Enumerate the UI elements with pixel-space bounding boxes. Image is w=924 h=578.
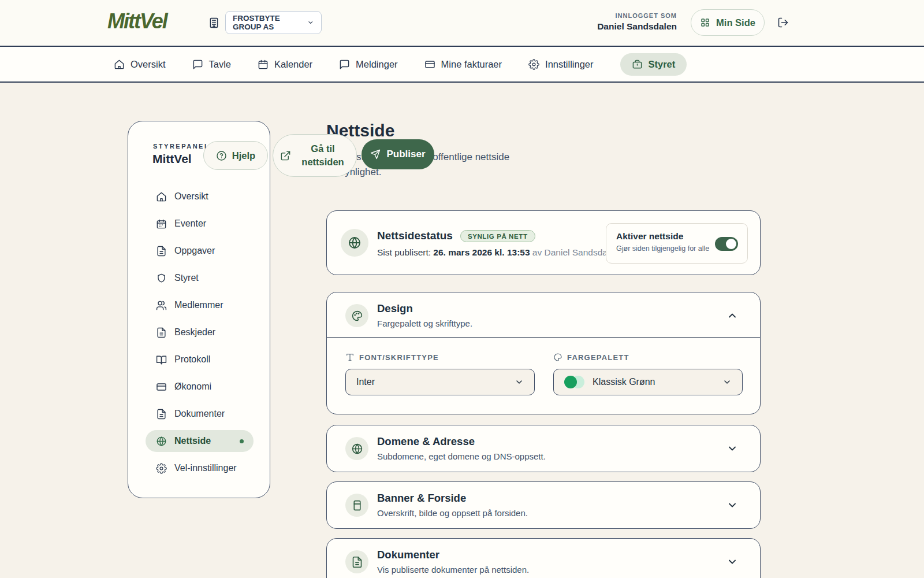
min-side-label: Min Side	[716, 17, 755, 28]
design-section-header[interactable]: Design Fargepalett og skrifttype.	[327, 292, 760, 338]
activate-website-title: Aktiver nettside	[616, 231, 683, 242]
sidebar-item-styret[interactable]: Styret	[146, 267, 254, 289]
sidebar-item-beskjeder[interactable]: Beskjeder	[146, 321, 254, 343]
home-icon	[156, 191, 167, 202]
logged-in-label: INNLOGGET SOM	[597, 12, 677, 19]
domain-section-header[interactable]: Domene & Adresse Subdomene, eget domene …	[327, 425, 760, 472]
help-button[interactable]: Hjelp	[203, 141, 268, 170]
chevron-down-icon[interactable]	[726, 499, 738, 511]
chevron-down-icon[interactable]	[726, 443, 738, 454]
nav-label: Mine fakturaer	[441, 59, 502, 70]
globe-icon-circle	[341, 229, 368, 257]
banner-section-title: Banner & Forside	[377, 492, 466, 505]
globe-icon	[156, 436, 167, 447]
book-icon	[156, 354, 167, 365]
message-icon	[192, 59, 203, 70]
palette-swatch	[564, 376, 584, 388]
banner-layout-icon	[351, 499, 363, 512]
sidebar-item-vel-innstillinger[interactable]: Vel-innstillinger	[146, 457, 254, 479]
help-circle-icon	[216, 150, 227, 161]
calendar-icon	[156, 218, 167, 229]
gear-icon	[528, 59, 539, 70]
palette-select-value: Klassisk Grønn	[593, 377, 722, 387]
sidebar-item-label: Dokumenter	[174, 409, 225, 419]
palette-label-text: FARGEPALETT	[567, 353, 629, 362]
published-date: 26. mars 2026 kl. 13:53	[433, 247, 530, 257]
nav-item-tavle[interactable]: Tavle	[192, 59, 232, 70]
sidebar-item-label: Beskjeder	[174, 327, 215, 338]
banner-section-card: Banner & Forside Overskrift, bilde og op…	[326, 481, 761, 529]
palette-icon-circle	[345, 304, 368, 327]
sidebar-item-label: Eventer	[174, 218, 206, 229]
nav-item-meldinger[interactable]: Meldinger	[339, 59, 397, 70]
sidebar-item-oppgaver[interactable]: Oppgaver	[146, 240, 254, 262]
sidebar-item-dokumenter[interactable]: Dokumenter	[146, 403, 254, 425]
grid-icon	[700, 17, 710, 28]
min-side-button[interactable]: Min Side	[691, 9, 765, 36]
sidebar-item-label: Oppgaver	[174, 246, 215, 256]
sidebar-item-label: Styret	[174, 273, 199, 283]
font-select[interactable]: Inter	[345, 369, 535, 395]
file-icon	[156, 409, 167, 420]
users-icon	[156, 300, 167, 311]
app-logo: MittVel	[107, 9, 167, 34]
sidebar-item-medlemmer[interactable]: Medlemmer	[146, 294, 254, 316]
toggle-knob	[726, 239, 736, 249]
nav-item-styret[interactable]: Styret	[620, 53, 687, 76]
last-published-row: Sist publisert: 26. mars 2026 kl. 13:53 …	[377, 247, 620, 258]
nav-label: Meldinger	[356, 59, 397, 70]
publish-button[interactable]: Publiser	[362, 139, 434, 169]
palette-icon	[351, 310, 363, 322]
sidebar-item-label: Økonomi	[174, 381, 211, 392]
calendar-icon	[258, 59, 269, 70]
banner-icon-circle	[345, 494, 368, 517]
go-to-website-button[interactable]: Gå til nettsiden	[273, 134, 357, 177]
font-label-text: FONT/SKRIFTTYPE	[359, 353, 439, 362]
sidebar-item-oversikt[interactable]: Oversikt	[146, 186, 254, 208]
activate-website-toggle[interactable]	[715, 237, 738, 251]
font-field-label: FONT/SKRIFTTYPE	[345, 353, 439, 362]
send-icon	[370, 149, 381, 160]
sidebar-item-nettside[interactable]: Nettside	[146, 430, 254, 452]
file-icon	[156, 246, 167, 257]
nav-label: Innstillinger	[545, 59, 593, 70]
documents-section-header[interactable]: Dokumenter Vis publiserte dokumenter på …	[327, 539, 760, 578]
documents-section-card: Dokumenter Vis publiserte dokumenter på …	[326, 538, 761, 578]
nav-item-oversikt[interactable]: Oversikt	[114, 59, 166, 70]
chevron-down-icon[interactable]	[726, 556, 738, 568]
globe-icon-circle	[345, 437, 368, 460]
sidebar-item-label: Nettside	[174, 436, 211, 446]
activate-website-subtitle: Gjør siden tilgjengelig for alle	[616, 244, 709, 253]
nav-item-innstillinger[interactable]: Innstillinger	[528, 59, 593, 70]
message-icon	[339, 59, 350, 70]
sidebar-title: MittVel	[152, 152, 192, 166]
design-section-card: Design Fargepalett og skrifttype. FONT/S…	[326, 292, 761, 414]
published-label: Sist publisert:	[377, 247, 431, 257]
type-icon	[345, 353, 355, 362]
file-icon-circle	[345, 550, 368, 573]
file-icon	[156, 327, 167, 338]
organization-select[interactable]: FROSTBYTE GROUP AS	[225, 11, 322, 34]
help-button-label: Hjelp	[232, 150, 255, 161]
publish-button-label: Publiser	[386, 149, 425, 160]
nav-label: Kalender	[274, 59, 312, 70]
page-content: STYREPANEL MittVel Oversikt Eventer Oppg…	[0, 83, 924, 578]
nav-label: Oversikt	[131, 59, 166, 70]
home-icon	[114, 59, 125, 70]
sidebar-item-protokoll[interactable]: Protokoll	[146, 349, 254, 370]
sidebar-item-eventer[interactable]: Eventer	[146, 213, 254, 235]
banner-section-subtitle: Overskrift, bilde og oppsett på forsiden…	[377, 508, 528, 518]
nav-item-mine-fakturaer[interactable]: Mine fakturaer	[424, 59, 502, 70]
app-header: MittVel FROSTBYTE GROUP AS INNLOGGET SOM…	[0, 0, 924, 47]
palette-select[interactable]: Klassisk Grønn	[553, 369, 743, 395]
nav-item-kalender[interactable]: Kalender	[258, 59, 312, 70]
sidebar-item-okonomi[interactable]: Økonomi	[146, 376, 254, 398]
organization-select-value: FROSTBYTE GROUP AS	[233, 14, 307, 31]
domain-section-card: Domene & Adresse Subdomene, eget domene …	[326, 425, 761, 472]
sidebar-item-label: Vel-innstillinger	[174, 463, 237, 473]
logout-icon[interactable]	[777, 17, 789, 28]
chevron-up-icon[interactable]	[726, 310, 738, 321]
status-badge: SYNLIG PÅ NETT	[460, 230, 535, 242]
status-card-title: Nettsidestatus	[377, 229, 453, 242]
banner-section-header[interactable]: Banner & Forside Overskrift, bilde og op…	[327, 482, 760, 528]
